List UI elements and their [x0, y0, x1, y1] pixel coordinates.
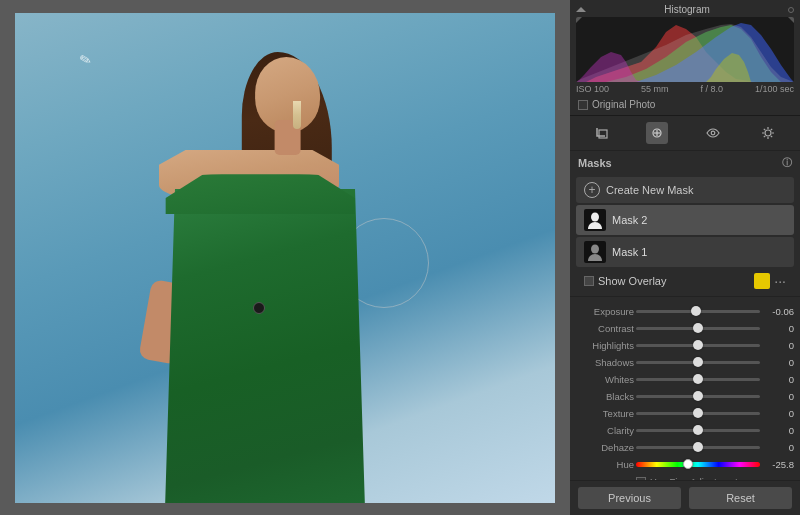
contrast-track-container — [636, 321, 760, 335]
svg-point-17 — [591, 245, 599, 254]
shadows-slider-row: Shadows 0 — [576, 355, 794, 369]
whites-label: Whites — [576, 374, 634, 385]
histogram-collapse-icon[interactable] — [576, 7, 586, 12]
blacks-track — [636, 395, 760, 398]
original-photo-bar: Original Photo — [576, 96, 794, 113]
blacks-value: 0 — [762, 391, 794, 402]
create-new-mask-label: Create New Mask — [606, 184, 693, 196]
shadows-label: Shadows — [576, 357, 634, 368]
overlay-more-button[interactable]: ··· — [774, 273, 786, 289]
shadows-thumb[interactable] — [693, 357, 703, 367]
contrast-track — [636, 327, 760, 330]
dehaze-value: 0 — [762, 442, 794, 453]
shadows-value: 0 — [762, 357, 794, 368]
exposure-slider-row: Exposure -0.06 — [576, 304, 794, 318]
sliders-section: Exposure -0.06 Contrast 0 — [570, 300, 800, 480]
clarity-value: 0 — [762, 425, 794, 436]
texture-thumb[interactable] — [693, 408, 703, 418]
dehaze-thumb[interactable] — [693, 442, 703, 452]
shadows-track-container — [636, 355, 760, 369]
blacks-thumb[interactable] — [693, 391, 703, 401]
blacks-slider-row: Blacks 0 — [576, 389, 794, 403]
show-overlay-row: Show Overlay ··· — [576, 269, 794, 293]
hue-label: Hue — [576, 459, 634, 470]
exposure-track — [636, 310, 760, 313]
histogram-info: ISO 100 55 mm f / 8.0 1/100 sec — [576, 82, 794, 96]
mask-item-1[interactable]: Mask 1 — [576, 237, 794, 267]
clarity-thumb[interactable] — [693, 425, 703, 435]
show-overlay-left: Show Overlay — [584, 275, 666, 287]
dehaze-label: Dehaze — [576, 442, 634, 453]
masks-info-icon: ⓘ — [782, 156, 792, 170]
texture-track — [636, 412, 760, 415]
show-overlay-label: Show Overlay — [598, 275, 666, 287]
heal-icon[interactable] — [646, 122, 668, 144]
overlay-color-swatch[interactable] — [754, 273, 770, 289]
histogram-info-icon — [788, 7, 794, 13]
hue-thumb[interactable] — [683, 459, 693, 469]
whites-track — [636, 378, 760, 381]
texture-label: Texture — [576, 408, 634, 419]
highlights-thumb[interactable] — [693, 340, 703, 350]
photo-image: ✎ — [15, 13, 555, 503]
overlay-controls: ··· — [754, 273, 786, 289]
right-panel: Histogram ISO 100 — [570, 0, 800, 515]
bottom-buttons: Previous Reset — [570, 480, 800, 515]
sliders-divider — [570, 296, 800, 297]
crop-icon[interactable] — [591, 122, 613, 144]
histogram-svg — [576, 17, 794, 82]
contrast-thumb[interactable] — [693, 323, 703, 333]
dehaze-slider-row: Dehaze 0 — [576, 440, 794, 454]
eye-icon[interactable] — [702, 122, 724, 144]
previous-button[interactable]: Previous — [578, 487, 681, 509]
texture-value: 0 — [762, 408, 794, 419]
whites-track-container — [636, 372, 760, 386]
exposure-thumb[interactable] — [691, 306, 701, 316]
exposure-label: Exposure — [576, 306, 634, 317]
contrast-value: 0 — [762, 323, 794, 334]
clarity-track — [636, 429, 760, 432]
svg-line-13 — [764, 136, 765, 137]
effects-icon[interactable] — [757, 122, 779, 144]
blacks-track-container — [636, 389, 760, 403]
histogram-label: Histogram — [664, 4, 710, 15]
mask-pin — [253, 302, 265, 314]
mask-1-thumb-content — [584, 241, 606, 263]
highlights-track-container — [636, 338, 760, 352]
clarity-slider-row: Clarity 0 — [576, 423, 794, 437]
blacks-label: Blacks — [576, 391, 634, 402]
highlights-value: 0 — [762, 340, 794, 351]
original-photo-checkbox[interactable] — [578, 100, 588, 110]
exposure-track-container — [636, 304, 760, 318]
masks-panel[interactable]: Masks ⓘ + Create New Mask Mask 2 — [570, 151, 800, 480]
svg-point-15 — [591, 213, 599, 222]
histogram-iso: ISO 100 — [576, 84, 609, 94]
whites-thumb[interactable] — [693, 374, 703, 384]
photo-canvas: ✎ — [15, 13, 555, 503]
create-new-mask-button[interactable]: + Create New Mask — [576, 177, 794, 203]
mask-1-label: Mask 1 — [612, 246, 786, 258]
plus-circle-icon: + — [584, 182, 600, 198]
highlights-label: Highlights — [576, 340, 634, 351]
masks-title: Masks — [578, 157, 612, 169]
histogram-panel: Histogram ISO 100 — [570, 0, 800, 116]
highlights-track — [636, 344, 760, 347]
svg-line-11 — [771, 136, 772, 137]
texture-slider-row: Texture 0 — [576, 406, 794, 420]
mask-2-thumb-content — [584, 209, 606, 231]
histogram-canvas — [576, 17, 794, 82]
masks-header: Masks ⓘ — [570, 151, 800, 175]
histogram-aperture: f / 8.0 — [700, 84, 723, 94]
dehaze-track-container — [636, 440, 760, 454]
mask-item-2[interactable]: Mask 2 — [576, 205, 794, 235]
hue-track-container — [636, 457, 760, 471]
texture-track-container — [636, 406, 760, 420]
dehaze-track — [636, 446, 760, 449]
show-overlay-checkbox[interactable] — [584, 276, 594, 286]
hue-value: -25.8 — [762, 459, 794, 470]
histogram-focal: 55 mm — [641, 84, 669, 94]
svg-point-5 — [765, 130, 771, 136]
histogram-shutter: 1/100 sec — [755, 84, 794, 94]
hue-slider-row: Hue -25.8 — [576, 457, 794, 471]
reset-button[interactable]: Reset — [689, 487, 792, 509]
